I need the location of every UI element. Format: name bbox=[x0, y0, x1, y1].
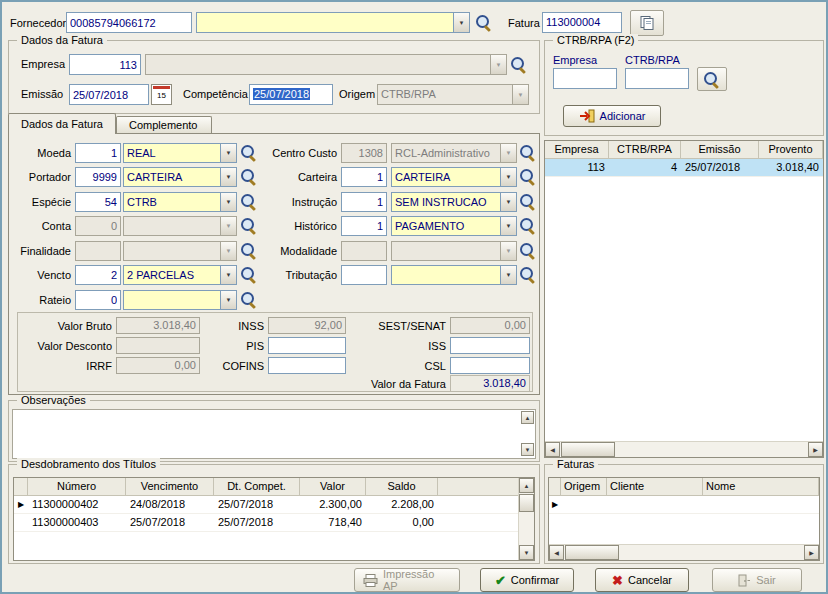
empresa-label: Empresa bbox=[21, 57, 65, 71]
rateio-combo[interactable]: ▼ bbox=[123, 290, 237, 310]
csl-input[interactable] bbox=[450, 357, 530, 374]
rateio-code-input[interactable] bbox=[75, 290, 121, 310]
table-row[interactable]: ▶ bbox=[549, 496, 819, 514]
confirmar-button[interactable]: ✔ Confirmar bbox=[480, 568, 574, 592]
search-icon[interactable] bbox=[511, 57, 527, 73]
scroll-up-icon[interactable]: ▲ bbox=[519, 478, 534, 493]
chevron-down-icon[interactable]: ▼ bbox=[500, 193, 516, 211]
emissao-input[interactable] bbox=[69, 84, 149, 105]
fornecedor-name-combo[interactable]: ▼ bbox=[196, 12, 470, 33]
observacoes-group-title: Observações bbox=[17, 394, 90, 407]
instrucao-combo[interactable]: SEM INSTRUCAO ▼ bbox=[391, 192, 517, 212]
col-saldo: Saldo bbox=[366, 478, 438, 495]
calendar-day: 15 bbox=[152, 92, 171, 100]
chevron-down-icon[interactable]: ▼ bbox=[500, 168, 516, 186]
search-icon[interactable] bbox=[520, 218, 536, 234]
table-row[interactable]: 11300000403 25/07/2018 25/07/2018 718,40… bbox=[14, 514, 534, 532]
chevron-down-icon[interactable]: ▼ bbox=[220, 291, 236, 309]
valor-fatura-value: 3.018,40 bbox=[450, 375, 530, 392]
portador-combo[interactable]: CARTEIRA ▼ bbox=[123, 167, 237, 187]
scroll-right-icon[interactable]: ▶ bbox=[804, 545, 819, 560]
cancelar-button[interactable]: ✖ Cancelar bbox=[595, 568, 689, 592]
pis-input[interactable] bbox=[268, 337, 346, 354]
tributacao-code-input[interactable] bbox=[341, 265, 387, 285]
desdobramento-table: Número Vencimento Dt. Compet. Valor Sald… bbox=[13, 477, 535, 561]
totals-panel: Valor Bruto 3.018,40 INSS 92,00 SEST/SEN… bbox=[17, 312, 533, 392]
carteira-combo[interactable]: CARTEIRA ▼ bbox=[391, 167, 517, 187]
copy-button[interactable] bbox=[630, 10, 664, 36]
historico-code-input[interactable] bbox=[341, 216, 387, 236]
moeda-code-input[interactable] bbox=[75, 143, 121, 163]
ctrb-rpa-input[interactable] bbox=[625, 68, 689, 89]
search-icon[interactable] bbox=[520, 243, 536, 259]
search-icon[interactable] bbox=[241, 292, 257, 308]
scrollbar-thumb[interactable] bbox=[519, 494, 534, 512]
exit-door-icon bbox=[738, 574, 751, 587]
calendar-icon bbox=[153, 86, 170, 89]
cancelar-label: Cancelar bbox=[628, 574, 672, 586]
iss-input[interactable] bbox=[450, 337, 530, 354]
chevron-down-icon[interactable]: ▼ bbox=[220, 193, 236, 211]
search-icon[interactable] bbox=[241, 243, 257, 259]
search-icon[interactable] bbox=[520, 145, 536, 161]
chevron-down-icon[interactable]: ▼ bbox=[220, 144, 236, 162]
especie-combo[interactable]: CTRB ▼ bbox=[123, 192, 237, 212]
scroll-down-icon[interactable]: ▼ bbox=[521, 443, 534, 456]
vencto-code-input[interactable] bbox=[75, 265, 121, 285]
sair-button[interactable]: Sair bbox=[712, 568, 802, 592]
table-header: Número Vencimento Dt. Compet. Valor Sald… bbox=[14, 478, 534, 496]
search-icon[interactable] bbox=[476, 15, 492, 31]
chevron-down-icon[interactable]: ▼ bbox=[220, 168, 236, 186]
vertical-scrollbar[interactable]: ▲ ▼ bbox=[518, 478, 534, 560]
chevron-down-icon[interactable]: ▼ bbox=[220, 266, 236, 284]
search-icon[interactable] bbox=[241, 169, 257, 185]
especie-code-input[interactable] bbox=[75, 192, 121, 212]
row-marker-icon: ▶ bbox=[14, 496, 28, 513]
portador-code-input[interactable] bbox=[75, 167, 121, 187]
table-row-selected[interactable]: 113 4 25/07/2018 3.018,40 bbox=[545, 159, 823, 177]
moeda-combo[interactable]: REAL ▼ bbox=[123, 143, 237, 163]
chevron-down-icon[interactable]: ▼ bbox=[453, 13, 469, 32]
fornecedor-label: Fornecedor bbox=[10, 16, 66, 30]
table-row[interactable]: ▶ 11300000402 24/08/2018 25/07/2018 2.30… bbox=[14, 496, 534, 514]
col-cliente: Cliente bbox=[607, 478, 703, 495]
invoice-window: Fornecedor ▼ Fatura 113000004 Dados da F… bbox=[0, 0, 828, 594]
calendar-button[interactable]: 15 bbox=[151, 84, 172, 105]
scroll-down-icon[interactable]: ▼ bbox=[519, 545, 534, 560]
ctrb-empresa-input[interactable] bbox=[553, 68, 617, 89]
valor-desconto-value bbox=[116, 337, 200, 354]
competencia-input[interactable]: 25/07/2018 bbox=[249, 84, 333, 105]
tab-dados-da-fatura[interactable]: Dados da Fatura bbox=[8, 113, 116, 134]
scroll-left-icon[interactable]: ◀ bbox=[549, 545, 564, 560]
adicionar-button[interactable]: Adicionar bbox=[563, 105, 661, 127]
horizontal-scrollbar[interactable]: ◀ ▶ bbox=[549, 544, 819, 560]
historico-combo[interactable]: PAGAMENTO ▼ bbox=[391, 216, 517, 236]
search-icon[interactable] bbox=[520, 267, 536, 283]
ctrb-search-button[interactable] bbox=[697, 67, 727, 91]
chevron-down-icon[interactable]: ▼ bbox=[500, 217, 516, 235]
search-icon[interactable] bbox=[241, 194, 257, 210]
carteira-code-input[interactable] bbox=[341, 167, 387, 187]
scrollbar-thumb[interactable] bbox=[561, 442, 615, 457]
impressao-ap-button[interactable]: Impressão AP bbox=[354, 568, 460, 592]
scrollbar-thumb[interactable] bbox=[565, 545, 619, 560]
search-icon[interactable] bbox=[520, 194, 536, 210]
cofins-input[interactable] bbox=[268, 357, 346, 374]
instrucao-code-input[interactable] bbox=[341, 192, 387, 212]
empresa-code-input[interactable] bbox=[69, 54, 141, 75]
fornecedor-input[interactable] bbox=[66, 12, 192, 33]
tributacao-combo[interactable]: ▼ bbox=[391, 265, 517, 285]
search-icon[interactable] bbox=[241, 218, 257, 234]
horizontal-scrollbar[interactable]: ◀ ▶ bbox=[545, 441, 823, 457]
search-icon[interactable] bbox=[241, 145, 257, 161]
observacoes-group: Observações ▲ ▼ bbox=[8, 400, 540, 462]
scroll-up-icon[interactable]: ▲ bbox=[521, 411, 534, 424]
search-icon[interactable] bbox=[520, 169, 536, 185]
chevron-down-icon[interactable]: ▼ bbox=[500, 266, 516, 284]
observacoes-textarea[interactable] bbox=[12, 409, 536, 459]
scroll-left-icon[interactable]: ◀ bbox=[545, 442, 560, 457]
scroll-right-icon[interactable]: ▶ bbox=[808, 442, 823, 457]
tab-complemento[interactable]: Complemento bbox=[116, 116, 212, 133]
vencto-combo[interactable]: 2 PARCELAS ▼ bbox=[123, 265, 237, 285]
search-icon[interactable] bbox=[241, 267, 257, 283]
